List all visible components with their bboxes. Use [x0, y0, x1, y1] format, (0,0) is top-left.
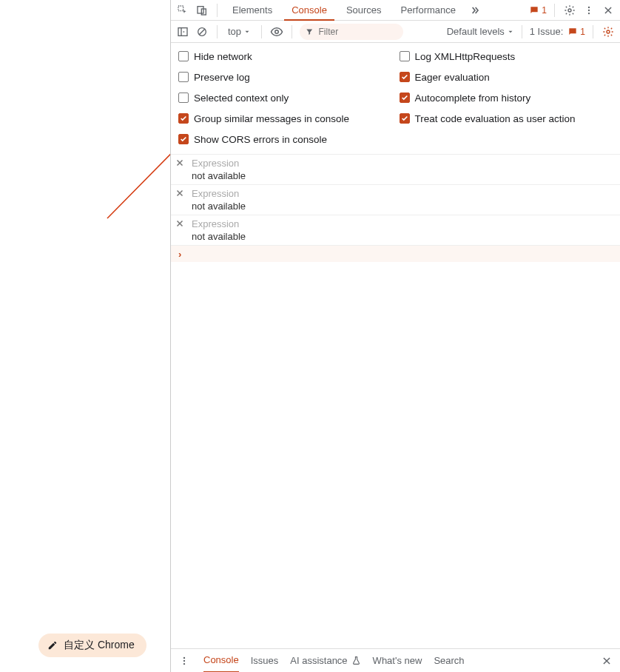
checkbox-checked-icon — [178, 134, 189, 144]
svg-point-12 — [275, 30, 279, 33]
svg-point-15 — [183, 659, 185, 661]
customize-chrome-label: 自定义 Chrome — [64, 639, 135, 652]
drawer-tab-ai[interactable]: AI assistance — [290, 649, 360, 673]
filter-input[interactable] — [317, 26, 397, 38]
drawer-tab-search[interactable]: Search — [434, 649, 464, 673]
live-expression-row: Expression not available — [171, 155, 620, 185]
setting-selected-context[interactable]: Selected context only — [178, 87, 392, 108]
context-selector[interactable]: top — [225, 26, 254, 37]
svg-rect-8 — [178, 27, 187, 36]
console-prompt[interactable]: › — [171, 246, 620, 262]
issues-label: 1 Issue: — [530, 26, 564, 37]
setting-autocomplete[interactable]: Autocomplete from history — [400, 87, 613, 108]
clear-console-icon[interactable] — [195, 24, 209, 39]
issues-count: 1 — [580, 27, 585, 37]
context-label: top — [228, 26, 241, 37]
chat-icon — [529, 5, 539, 16]
checkbox-icon — [178, 72, 189, 82]
chevron-down-icon — [507, 28, 514, 36]
expression-result: not available — [192, 201, 620, 212]
svg-point-7 — [588, 12, 590, 13]
tab-elements[interactable]: Elements — [225, 0, 280, 21]
console-toolbar: top Default levels 1 Issue: 1 — [171, 21, 620, 43]
tab-sources[interactable]: Sources — [339, 0, 389, 21]
remove-expression-icon[interactable] — [175, 189, 184, 200]
gear-icon[interactable] — [562, 3, 577, 18]
checkbox-icon — [400, 51, 410, 61]
chevron-down-icon — [243, 28, 251, 36]
expression-result: not available — [192, 231, 620, 242]
setting-preserve-log[interactable]: Preserve log — [178, 67, 392, 87]
drawer-menu-icon[interactable] — [177, 653, 192, 668]
svg-point-5 — [588, 6, 590, 7]
errors-badge[interactable]: 1 — [529, 5, 547, 16]
checkbox-checked-icon — [400, 72, 410, 82]
live-expression-icon[interactable] — [269, 24, 284, 39]
chat-icon — [567, 27, 578, 37]
live-expression-row: Expression not available — [171, 215, 620, 246]
setting-group-similar[interactable]: Group similar messages in console — [178, 108, 392, 129]
console-settings-gear-icon[interactable] — [601, 24, 616, 39]
tab-console[interactable]: Console — [284, 0, 334, 21]
toggle-sidebar-icon[interactable] — [175, 24, 190, 39]
checkbox-icon — [178, 51, 189, 61]
remove-expression-icon[interactable] — [175, 219, 184, 230]
svg-line-11 — [199, 29, 205, 35]
expression-result: not available — [192, 170, 620, 181]
expression-placeholder[interactable]: Expression — [192, 188, 620, 199]
setting-hide-network[interactable]: Hide network — [178, 46, 392, 67]
checkbox-icon — [178, 93, 189, 103]
checkbox-checked-icon — [400, 113, 410, 124]
svg-point-13 — [607, 30, 610, 33]
customize-chrome-button[interactable]: 自定义 Chrome — [38, 634, 146, 657]
kebab-menu-icon[interactable] — [582, 3, 596, 18]
issues-badge[interactable]: 1 — [567, 27, 585, 37]
svg-rect-1 — [178, 6, 183, 11]
svg-point-4 — [568, 9, 571, 12]
svg-point-14 — [183, 656, 185, 658]
live-expression-row: Expression not available — [171, 185, 620, 215]
svg-rect-2 — [198, 6, 203, 13]
checkbox-checked-icon — [178, 113, 189, 124]
checkbox-checked-icon — [400, 93, 410, 103]
tab-performance[interactable]: Performance — [394, 0, 463, 21]
console-settings-panel: Hide network Preserve log Selected conte… — [171, 43, 620, 155]
flask-icon — [351, 656, 361, 665]
errors-count: 1 — [542, 5, 547, 16]
log-levels-label: Default levels — [447, 26, 505, 37]
setting-eager-eval[interactable]: Eager evaluation — [400, 67, 613, 87]
svg-point-16 — [183, 662, 185, 664]
setting-log-xhr[interactable]: Log XMLHttpRequests — [400, 46, 613, 67]
devtools-panel: Elements Console Sources Performance 1 — [170, 0, 620, 672]
inspect-element-icon[interactable] — [175, 3, 190, 18]
more-tabs-icon[interactable] — [468, 3, 482, 18]
expression-placeholder[interactable]: Expression — [192, 158, 620, 169]
close-icon[interactable] — [601, 3, 616, 18]
close-drawer-icon[interactable] — [599, 653, 614, 668]
drawer-tabs: Console Issues AI assistance What's new … — [171, 648, 620, 672]
drawer-tab-issues[interactable]: Issues — [251, 649, 279, 673]
drawer-tab-whatsnew[interactable]: What's new — [373, 649, 422, 673]
setting-cors-errors[interactable]: Show CORS errors in console — [178, 129, 392, 149]
svg-point-6 — [588, 9, 590, 10]
log-levels-selector[interactable]: Default levels — [447, 26, 514, 37]
funnel-icon — [306, 27, 313, 36]
main-tab-bar: Elements Console Sources Performance 1 — [171, 0, 620, 21]
drawer-tab-console[interactable]: Console — [203, 649, 239, 673]
setting-treat-user-action[interactable]: Treat code evaluation as user action — [400, 108, 613, 129]
device-toolbar-icon[interactable] — [195, 3, 209, 18]
prompt-caret-icon: › — [178, 249, 181, 260]
filter-field[interactable] — [300, 24, 403, 40]
expression-placeholder[interactable]: Expression — [192, 218, 620, 229]
pencil-icon — [47, 640, 58, 651]
remove-expression-icon[interactable] — [175, 158, 184, 169]
